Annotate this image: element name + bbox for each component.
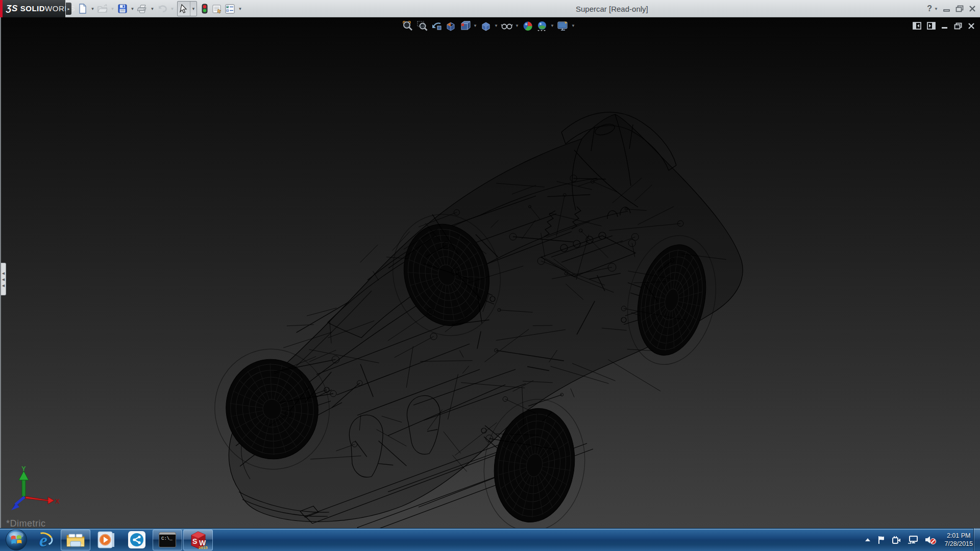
help-dropdown[interactable]: ▼: [934, 7, 938, 11]
cmd-cursor: _: [169, 536, 172, 541]
collapse-arrow-icon: ◀: [2, 271, 5, 275]
logo-red-stripe: [0, 0, 3, 17]
close-button[interactable]: [969, 5, 976, 12]
windows-taskbar: e C:\_ S: [0, 528, 980, 551]
section-view-button[interactable]: [444, 19, 457, 32]
view-settings-button[interactable]: [556, 19, 569, 32]
print-dropdown[interactable]: ▼: [149, 2, 156, 16]
solidworks-logo: ƷSSOLIDWORKS: [0, 0, 65, 17]
minimize-button[interactable]: [943, 6, 950, 12]
taskbar-share-app[interactable]: [122, 530, 152, 550]
rebuild-button[interactable]: [199, 2, 211, 16]
menu-expand-glyph: ▸: [67, 7, 69, 11]
zoom-to-area-icon: [416, 20, 428, 32]
new-document-button[interactable]: [77, 2, 89, 16]
supercar-wireframe-model: [0, 17, 980, 528]
pane-collapse-right-button[interactable]: [927, 22, 936, 30]
triad-x-label: X: [55, 497, 60, 505]
doc-close-button[interactable]: [968, 22, 975, 30]
open-dropdown[interactable]: ▼: [109, 2, 116, 16]
menu-expand-arrow[interactable]: ▸: [66, 3, 71, 15]
help-button[interactable]: ?: [927, 4, 932, 13]
undo-button[interactable]: [156, 2, 168, 16]
section-view-icon: [445, 20, 456, 32]
document-window-controls: [913, 22, 975, 30]
share-nodes-icon: [128, 531, 146, 549]
solidworks-window: ƷSSOLIDWORKS ▸ ▼ ▼ ▼ ▼ ▼: [0, 0, 980, 551]
svg-text:S: S: [192, 537, 197, 545]
graphics-viewport[interactable]: ◀ ◀ ◀ ▼ ▼: [0, 17, 980, 528]
view-settings-dropdown[interactable]: ▼: [571, 23, 576, 28]
select-tool-group: ▼: [177, 1, 197, 16]
doc-restore-button[interactable]: [954, 22, 962, 30]
orientation-triad: Y X: [11, 465, 60, 512]
tray-clock[interactable]: 2:01 PM 7/28/2015: [944, 532, 973, 548]
wmp-play-icon: [97, 531, 115, 548]
taskbar-windows-explorer[interactable]: [61, 530, 90, 550]
standard-toolbar: ▼ ▼ ▼ ▼ ▼ ▼: [77, 0, 243, 17]
options-button[interactable]: [224, 2, 236, 16]
zoom-to-area-button[interactable]: [415, 19, 428, 32]
volume-muted-icon[interactable]: [924, 535, 937, 545]
new-document-icon: [78, 4, 87, 14]
options-list-icon: [225, 4, 235, 14]
options-dropdown[interactable]: ▼: [237, 2, 243, 16]
ie-icon: e: [36, 531, 54, 548]
hide-show-items-button[interactable]: [500, 19, 513, 32]
sw-cube-icon: S W 2015: [188, 530, 208, 549]
zoom-to-fit-button[interactable]: [401, 19, 414, 32]
select-cursor-icon: [180, 4, 188, 13]
clock-time: 2:01 PM: [944, 532, 973, 540]
select-button[interactable]: [178, 2, 190, 16]
view-orientation-label: *Dimetric: [6, 518, 46, 528]
taskbar-solidworks[interactable]: S W 2015: [183, 530, 213, 550]
previous-view-icon: [431, 20, 442, 32]
open-folder-icon: [97, 4, 108, 13]
select-dropdown[interactable]: ▼: [190, 2, 197, 16]
folder-icon: [66, 532, 85, 547]
display-style-dropdown[interactable]: ▼: [494, 23, 499, 28]
sw-letter-s: S: [192, 537, 197, 545]
windows-start-orb: [5, 529, 28, 551]
open-button[interactable]: [96, 2, 109, 16]
view-orientation-button[interactable]: [458, 19, 471, 32]
taskbar-gloss: [0, 529, 980, 530]
power-plug-icon[interactable]: [892, 535, 902, 544]
brand-prefix: ƷS: [6, 4, 18, 13]
start-button[interactable]: [3, 529, 30, 551]
feature-manager-collapsed-tab[interactable]: ◀ ◀ ◀: [1, 263, 6, 295]
network-icon[interactable]: [908, 535, 919, 544]
save-button[interactable]: [116, 2, 129, 16]
print-button[interactable]: [136, 2, 149, 16]
taskbar-command-prompt[interactable]: C:\_: [153, 530, 182, 550]
save-dropdown[interactable]: ▼: [129, 2, 136, 16]
undo-dropdown[interactable]: ▼: [169, 2, 176, 16]
file-properties-button[interactable]: [211, 2, 224, 16]
doc-minimize-button[interactable]: [941, 22, 948, 29]
pane-collapse-left-button[interactable]: [913, 22, 921, 30]
view-orientation-dropdown[interactable]: ▼: [473, 23, 478, 28]
restore-button[interactable]: [955, 5, 964, 12]
brand-solid: SOLID: [20, 4, 45, 13]
hidden-icons-chevron[interactable]: [864, 537, 871, 543]
display-style-button[interactable]: [479, 19, 492, 32]
view-orientation-icon: [459, 20, 471, 32]
taskbar-media-player[interactable]: [91, 530, 121, 550]
taskbar-internet-explorer[interactable]: e: [30, 530, 60, 550]
collapse-arrow-icon: ◀: [2, 284, 5, 287]
heads-up-view-toolbar: ▼ ▼ ▼ ▼ ▼: [401, 19, 576, 32]
previous-view-button[interactable]: [430, 19, 443, 32]
cmd-prompt-text: C:\: [161, 536, 169, 541]
new-dropdown[interactable]: ▼: [89, 2, 96, 16]
show-desktop-button[interactable]: [973, 528, 980, 551]
action-center-flag-icon[interactable]: [877, 535, 886, 544]
edit-appearance-button[interactable]: [521, 19, 534, 32]
print-icon: [137, 4, 148, 13]
window-title: Supercar [Read-only]: [576, 5, 648, 13]
hide-show-dropdown[interactable]: ▼: [514, 23, 520, 28]
apply-scene-dropdown[interactable]: ▼: [550, 23, 555, 28]
apply-scene-button[interactable]: [535, 19, 548, 32]
edit-appearance-icon: [522, 20, 533, 32]
taskbar-apps: e C:\_ S: [0, 529, 213, 551]
system-tray: 2:01 PM 7/28/2015: [864, 528, 973, 551]
